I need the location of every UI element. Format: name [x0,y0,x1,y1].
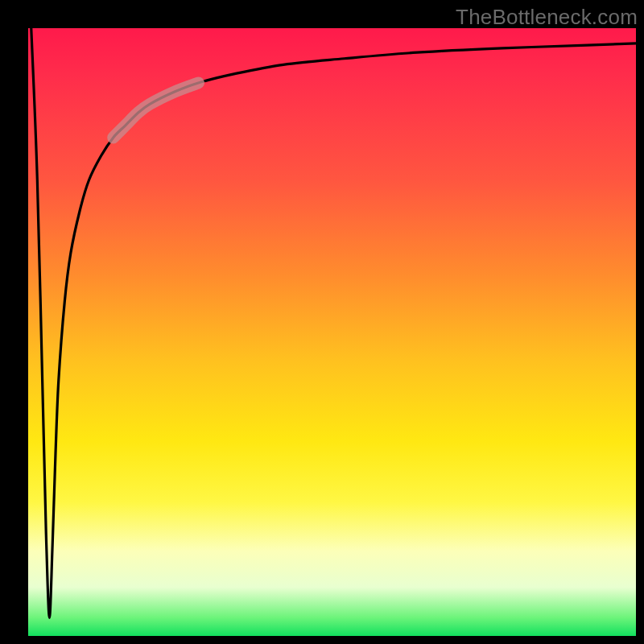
watermark-text: TheBottleneck.com [456,5,638,30]
bottleneck-curve [31,28,636,617]
curve-highlight [114,83,199,138]
curve-svg [28,28,636,636]
chart-frame: TheBottleneck.com [0,0,644,644]
plot-area [28,28,636,636]
